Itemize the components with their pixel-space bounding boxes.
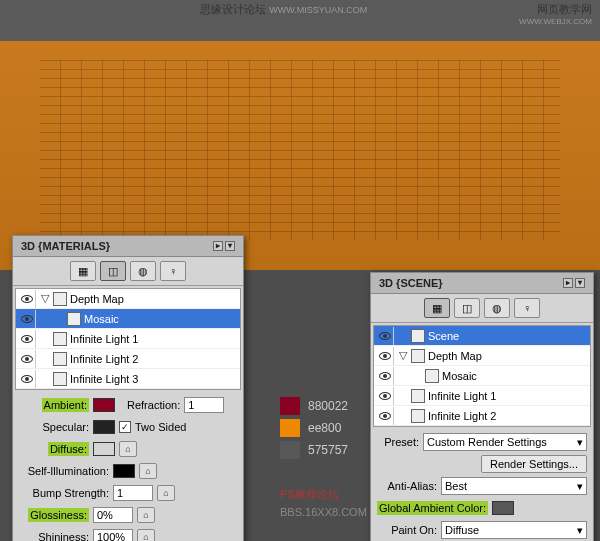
refraction-input[interactable] <box>184 397 224 413</box>
filter-material-icon[interactable]: ◍ <box>130 261 156 281</box>
item-label: Infinite Light 2 <box>428 410 497 422</box>
item-icon <box>53 372 67 386</box>
gac-swatch[interactable] <box>492 501 514 515</box>
item-icon <box>411 329 425 343</box>
selfillum-swatch[interactable] <box>113 464 135 478</box>
item-label: Depth Map <box>70 293 124 305</box>
panel-menu-icon[interactable]: ▾ <box>575 278 585 288</box>
bump-texture-icon[interactable]: ⌂ <box>157 485 175 501</box>
materials-tab[interactable]: 3D {MATERIALS} ▸▾ <box>13 236 243 257</box>
item-label: Infinite Light 1 <box>70 333 139 345</box>
item-icon <box>67 312 81 326</box>
bump-label: Bump Strength: <box>19 487 109 499</box>
item-label: Mosaic <box>84 313 119 325</box>
palette-label: ee800 <box>308 421 341 435</box>
visibility-icon[interactable] <box>376 347 394 365</box>
tree-row[interactable]: Infinite Light 2 <box>16 349 240 369</box>
selfillum-texture-icon[interactable]: ⌂ <box>139 463 157 479</box>
item-label: Scene <box>428 330 459 342</box>
diffuse-texture-icon[interactable]: ⌂ <box>119 441 137 457</box>
specular-label: Specular: <box>19 421 89 433</box>
disclosure-icon[interactable]: ▽ <box>40 292 50 305</box>
preset-select[interactable]: Custom Render Settings▾ <box>423 433 587 451</box>
tree-row[interactable]: Infinite Light 1 <box>374 386 590 406</box>
filter-scene-icon[interactable]: ▦ <box>424 298 450 318</box>
item-icon <box>411 349 425 363</box>
filter-mesh-icon[interactable]: ◫ <box>100 261 126 281</box>
palette-swatch <box>280 397 300 415</box>
panel-collapse-icon[interactable]: ▸ <box>213 241 223 251</box>
tree-row[interactable]: ▽Depth Map <box>374 346 590 366</box>
gloss-label: Glossiness: <box>28 508 89 522</box>
palette-swatch <box>280 419 300 437</box>
gloss-texture-icon[interactable]: ⌂ <box>137 507 155 523</box>
item-icon <box>53 352 67 366</box>
shin-input[interactable] <box>93 529 133 541</box>
header-right: 网页教学网WWW.WEBJX.COM <box>519 2 592 26</box>
visibility-icon[interactable] <box>18 370 36 388</box>
item-label: Infinite Light 3 <box>70 373 139 385</box>
selfillum-label: Self-Illumination: <box>19 465 109 477</box>
item-icon <box>53 292 67 306</box>
visibility-icon[interactable] <box>376 387 394 405</box>
aa-select[interactable]: Best▾ <box>441 477 587 495</box>
tree-row[interactable]: Infinite Light 3 <box>16 369 240 389</box>
scene-toolbar: ▦ ◫ ◍ ♀ <box>371 294 593 323</box>
preset-label: Preset: <box>377 436 419 448</box>
aa-label: Anti-Alias: <box>377 480 437 492</box>
ambient-swatch[interactable] <box>93 398 115 412</box>
tree-row[interactable]: Mosaic <box>16 309 240 329</box>
visibility-icon[interactable] <box>18 330 36 348</box>
header-left: 思缘设计论坛 WWW.MISSYUAN.COM <box>200 2 367 17</box>
item-icon <box>411 389 425 403</box>
visibility-icon[interactable] <box>376 327 394 345</box>
scene-props: Preset: Custom Render Settings▾ Render S… <box>371 429 593 541</box>
visibility-icon[interactable] <box>18 310 36 328</box>
tree-row[interactable]: Scene <box>374 326 590 346</box>
palette-label: 575757 <box>308 443 348 457</box>
gac-label: Global Ambient Color: <box>377 501 488 515</box>
filter-material-icon[interactable]: ◍ <box>484 298 510 318</box>
item-label: Infinite Light 1 <box>428 390 497 402</box>
tree-row[interactable]: Infinite Light 1 <box>16 329 240 349</box>
gloss-input[interactable] <box>93 507 133 523</box>
bump-input[interactable] <box>113 485 153 501</box>
panel-collapse-icon[interactable]: ▸ <box>563 278 573 288</box>
shin-texture-icon[interactable]: ⌂ <box>137 529 155 541</box>
render-settings-button[interactable]: Render Settings... <box>481 455 587 473</box>
item-label: Mosaic <box>442 370 477 382</box>
paint-label: Paint On: <box>377 524 437 536</box>
twosided-label: Two Sided <box>135 421 186 433</box>
tree-row[interactable]: Mosaic <box>374 366 590 386</box>
palette-label: 880022 <box>308 399 348 413</box>
materials-panel: 3D {MATERIALS} ▸▾ ▦ ◫ ◍ ♀ ▽Depth MapMosa… <box>12 235 244 541</box>
item-label: Infinite Light 2 <box>70 353 139 365</box>
filter-light-icon[interactable]: ♀ <box>160 261 186 281</box>
tree-row[interactable]: ▽Depth Map <box>16 289 240 309</box>
filter-scene-icon[interactable]: ▦ <box>70 261 96 281</box>
materials-tree: ▽Depth MapMosaicInfinite Light 1Infinite… <box>15 288 241 390</box>
refraction-label: Refraction: <box>127 399 180 411</box>
item-icon <box>425 369 439 383</box>
tree-row[interactable]: Infinite Light 2 <box>374 406 590 426</box>
visibility-icon[interactable] <box>376 367 394 385</box>
filter-light-icon[interactable]: ♀ <box>514 298 540 318</box>
color-palette: 880022ee800575757 <box>280 395 348 461</box>
paint-select[interactable]: Diffuse▾ <box>441 521 587 539</box>
scene-tab[interactable]: 3D {SCENE} ▸▾ <box>371 273 593 294</box>
twosided-checkbox[interactable]: ✓ <box>119 421 131 433</box>
canvas-3d-preview <box>0 0 600 270</box>
scene-panel: 3D {SCENE} ▸▾ ▦ ◫ ◍ ♀ Scene▽Depth MapMos… <box>370 272 594 541</box>
item-icon <box>411 409 425 423</box>
filter-mesh-icon[interactable]: ◫ <box>454 298 480 318</box>
footer-text: PS教程论坛 BBS.16XX8.COM <box>280 485 367 521</box>
panel-menu-icon[interactable]: ▾ <box>225 241 235 251</box>
diffuse-swatch[interactable] <box>93 442 115 456</box>
disclosure-icon[interactable]: ▽ <box>398 349 408 362</box>
item-icon <box>53 332 67 346</box>
visibility-icon[interactable] <box>18 290 36 308</box>
visibility-icon[interactable] <box>18 350 36 368</box>
item-label: Depth Map <box>428 350 482 362</box>
visibility-icon[interactable] <box>376 407 394 425</box>
specular-swatch[interactable] <box>93 420 115 434</box>
